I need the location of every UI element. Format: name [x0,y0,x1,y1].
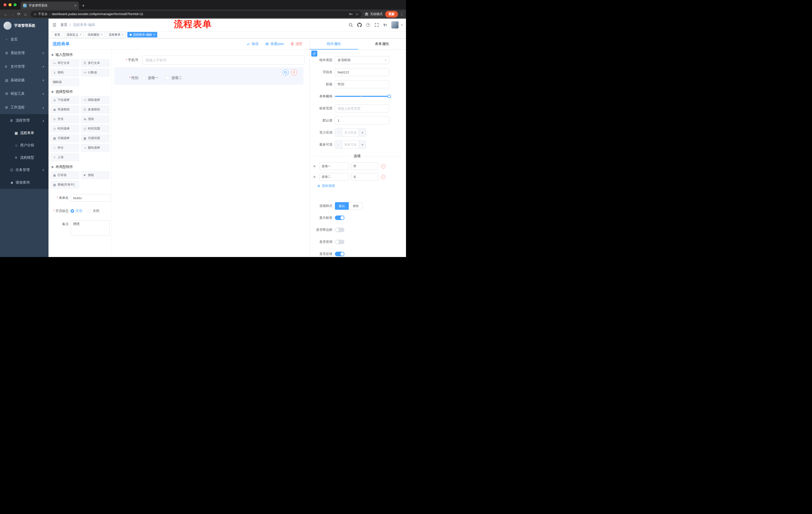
option-value-input[interactable] [351,162,378,170]
palette-item-row-container[interactable]: ▣行容器 [51,171,79,179]
palette-item-single-line-text[interactable]: ▭单行文本 [51,59,79,67]
palette-item-cascader[interactable]: ⌥级联选择 [81,96,110,104]
browser-menu-icon[interactable]: ⋮ [400,12,404,16]
option-value-input[interactable] [351,173,378,181]
view-json-button[interactable]: 查看json [265,42,284,46]
sidebar-item-workflow[interactable]: ⊞工作流程▴ [0,101,49,114]
palette-item-select[interactable]: ◎下拉选择 [51,96,79,104]
palette-item-checkbox-group[interactable]: ☑多选框组 [81,106,110,113]
sidebar-item-infrastructure[interactable]: ▤基础设施▾ [0,74,49,87]
help-icon[interactable]: ? [366,23,370,27]
clear-button[interactable]: 清空 [290,42,302,46]
checkbox-option[interactable]: 选项一 [142,76,158,80]
add-option-button[interactable]: ⊕ 添加选项 [317,184,401,188]
palette-item-password[interactable]: ⚷密码 [51,69,79,77]
copy-widget-button[interactable] [283,70,289,76]
bookmark-star-icon[interactable]: ☆ [355,12,358,16]
slider-handle[interactable] [387,94,391,98]
phone-input[interactable] [142,56,304,64]
breadcrumb-home[interactable]: 首页 [60,23,67,27]
search-icon[interactable] [348,23,353,27]
remark-textarea[interactable]: 嘿嘿 [70,220,110,236]
palette-item-button[interactable]: ☛按钮 [81,171,110,179]
decrease-button[interactable]: − [335,129,342,136]
palette-item-upload[interactable]: ⇧上传 [51,154,79,161]
toggle-switch[interactable] [335,227,344,232]
tag-item[interactable]: 流程表单× [106,32,126,37]
title-input[interactable] [335,80,389,88]
palette-item-date-range[interactable]: ▩日期范围 [81,134,110,142]
app-logo[interactable]: 芋道管理系统 [0,19,49,33]
tag-item[interactable]: 首页 [52,32,63,37]
form-canvas[interactable]: 手机号 性别 选项一选项二 [112,50,310,257]
avatar-caret-icon[interactable]: ▾ [401,23,403,27]
sidebar-item-devtools[interactable]: ⚒研发工具▾ [0,87,49,101]
palette-item-time-range[interactable]: ◴时间范围 [81,125,110,133]
grid-slider[interactable] [335,92,389,100]
drag-handle-icon[interactable]: ≡ [313,164,317,168]
increase-button[interactable]: + [359,129,366,136]
toggle-switch[interactable] [335,252,344,256]
tag-close-icon[interactable]: × [80,33,81,36]
increase-button[interactable]: + [359,141,366,148]
max-select-input[interactable] [342,141,359,148]
password-key-icon[interactable] [349,12,353,16]
gender-field-selected-widget[interactable]: 性别 选项一选项二 [114,67,303,85]
delete-widget-button[interactable] [291,70,297,76]
field-name-input[interactable] [335,68,389,76]
phone-field-row[interactable]: 手机号 [114,56,304,64]
style-button-button[interactable]: 按钮 [349,202,363,210]
palette-item-time-picker[interactable]: ◷时间选择 [51,125,79,133]
palette-item-table[interactable]: ▦表格[开发中] [51,181,79,189]
palette-item-radio-group[interactable]: ◉单选框组 [51,106,79,113]
tag-item[interactable]: 流程表单-编辑× [127,32,157,37]
checkbox-option[interactable]: 选项二 [166,76,182,80]
back-button[interactable]: ← [2,12,9,16]
tab-form-props[interactable]: 表单属性 [358,38,406,49]
tab-close-icon[interactable]: × [75,3,76,7]
font-size-icon[interactable]: TT [383,23,387,27]
status-radio-off[interactable]: 关闭 [88,209,99,213]
sidebar-item-leave-query[interactable]: ☻请假查询 [0,176,49,189]
sidebar-item-dashboard[interactable]: ◔首页 [0,33,49,46]
default-value-input[interactable] [335,116,389,125]
sidebar-item-process-management[interactable]: ≣流程管理▴ [0,114,49,127]
tag-close-icon[interactable]: × [101,33,103,36]
reload-button[interactable]: ⟳ [16,12,22,16]
palette-item-multi-line-text[interactable]: ☰多行文本 [81,59,110,67]
palette-item-rate[interactable]: ☆评分 [51,144,79,152]
update-button[interactable]: 更新 [385,11,398,18]
option-label-input[interactable] [319,162,349,170]
style-default-button[interactable]: 默认 [335,202,349,210]
hamburger-icon[interactable]: ☰ [49,22,60,28]
fullscreen-icon[interactable] [374,23,379,27]
new-tab-button[interactable]: + [82,3,85,8]
github-icon[interactable] [357,23,362,27]
decrease-button[interactable]: − [335,141,342,148]
link-button[interactable] [311,51,317,57]
palette-item-slider[interactable]: ↹滑块 [81,115,110,123]
toggle-switch[interactable] [335,240,344,244]
address-bar[interactable]: ⚠ 不安全 | dashboard.yudao.iocoder.cn/bpm/m… [31,11,361,18]
tag-close-icon[interactable]: × [122,33,124,36]
forward-button[interactable]: → [9,12,16,16]
tag-item[interactable]: 流程定义× [64,32,84,37]
palette-item-date-picker[interactable]: ▦日期选择 [51,134,79,142]
component-type-select[interactable]: 多选框组 ▾ [335,56,389,64]
tab-component-props[interactable]: 组件属性 [310,38,358,49]
toggle-switch[interactable] [335,216,344,220]
sidebar-item-user-group[interactable]: ☺用户分组 [0,139,49,152]
remove-option-icon[interactable]: − [381,164,385,168]
browser-tab[interactable]: 芋道管理系统 × [21,1,79,9]
status-radio-on[interactable]: 开启 [70,209,82,213]
close-window-button[interactable] [3,3,6,6]
sidebar-item-form[interactable]: ▦流程表单 [0,127,49,139]
sidebar-item-payment[interactable]: ¥支付管理▾ [0,60,49,74]
min-select-input[interactable] [342,129,359,136]
zoom-window-button[interactable] [13,3,17,6]
palette-item-color-picker[interactable]: ◑颜色选择 [81,144,110,152]
drag-handle-icon[interactable]: ≡ [313,175,317,179]
user-avatar[interactable] [391,21,399,29]
palette-item-editor[interactable]: 编辑器 [51,78,79,86]
label-width-input[interactable] [335,104,389,112]
